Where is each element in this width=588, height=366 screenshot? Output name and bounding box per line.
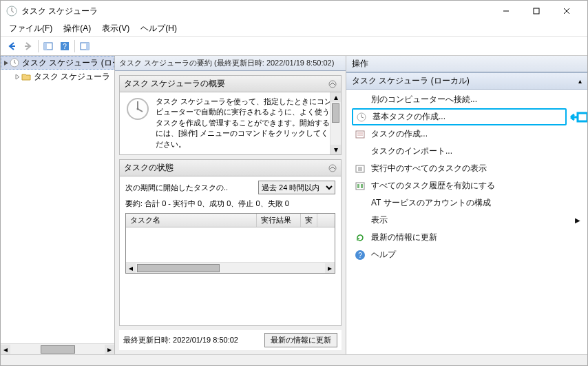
status-period-select[interactable]: 過去 24 時間以内 xyxy=(258,181,335,194)
svg-rect-3 xyxy=(44,43,47,50)
action-connect[interactable]: 別のコンピューターへ接続... xyxy=(346,91,587,108)
action-at-service[interactable]: AT サービスのアカウントの構成 xyxy=(346,194,587,212)
action-view-label: 表示 xyxy=(371,214,388,226)
center-body: タスク スケジューラの概要 タスク スケジューラを使って、指定したときにコンピュ… xyxy=(115,71,346,354)
col-task-name[interactable]: タスク名 xyxy=(126,214,257,227)
toolbar-panel-button[interactable] xyxy=(76,39,93,54)
status-summary: 要約: 合計 0 - 実行中 0、成功 0、停止 0、失敗 0 xyxy=(125,199,335,209)
tree-hscrollbar[interactable]: ◂ ▸ xyxy=(1,343,114,354)
create-task-icon xyxy=(356,112,367,123)
expander-icon[interactable] xyxy=(13,74,21,80)
toolbar: ? xyxy=(1,37,587,56)
svg-rect-14 xyxy=(356,131,364,138)
tree-child[interactable]: タスク スケジューラ xyxy=(1,70,114,83)
action-help-label: ヘルプ xyxy=(371,249,396,261)
center-footer: 最終更新日時: 2022/01/19 8:50:02 最新の情報に更新 xyxy=(119,330,342,350)
actions-section-label: タスク スケジューラ (ローカル) xyxy=(352,75,470,87)
history-icon xyxy=(355,181,366,192)
action-create-task[interactable]: タスクの作成... xyxy=(346,125,587,143)
toolbar-view-button[interactable] xyxy=(40,39,56,54)
svg-rect-17 xyxy=(357,184,359,188)
svg-point-9 xyxy=(329,81,336,88)
toolbar-help-button[interactable]: ? xyxy=(56,39,73,54)
col-task-result[interactable]: 実行結果 xyxy=(257,214,301,227)
status-period-row: 次の期間に開始したタスクの... 過去 24 時間以内 xyxy=(125,181,335,194)
scroll-right-icon[interactable]: ▸ xyxy=(325,263,335,273)
app-icon xyxy=(6,6,17,17)
action-import-label: タスクのインポート... xyxy=(371,145,452,157)
help-icon: ? xyxy=(355,250,366,261)
action-show-running[interactable]: 実行中のすべてのタスクの表示 xyxy=(346,160,587,177)
scroll-thumb[interactable] xyxy=(137,264,220,272)
status-period-label: 次の期間に開始したタスクの... xyxy=(125,183,229,193)
footer-timestamp: 最終更新日時: 2022/01/19 8:50:02 xyxy=(123,335,238,345)
running-tasks-icon xyxy=(355,163,366,174)
center-header: タスク スケジューラの要約 (最終更新日時: 2022/01/19 8:50:0… xyxy=(115,56,346,71)
menu-file[interactable]: ファイル(F) xyxy=(3,21,58,37)
scroll-left-icon[interactable]: ◂ xyxy=(1,345,10,354)
at-service-icon xyxy=(355,198,366,209)
svg-rect-18 xyxy=(361,184,363,188)
back-button[interactable] xyxy=(3,39,20,54)
tree-root[interactable]: タスク スケジューラ (ロー xyxy=(1,56,114,70)
collapse-icon[interactable]: ▴ xyxy=(578,77,582,85)
overview-body: タスク スケジューラを使って、指定したときにコンピューターで自動的に実行されるよ… xyxy=(120,92,341,154)
callout-arrow-icon xyxy=(568,110,588,124)
svg-point-12 xyxy=(329,165,336,172)
task-table: タスク名 実行結果 実 ◂ ▸ xyxy=(125,213,335,274)
action-import-task[interactable]: タスクのインポート... xyxy=(346,143,587,160)
action-help[interactable]: ? ヘルプ xyxy=(346,246,587,263)
maximize-button[interactable] xyxy=(521,1,552,21)
scroll-up-icon[interactable]: ▴ xyxy=(330,92,341,102)
close-button[interactable] xyxy=(552,1,582,21)
toolbar-separator xyxy=(74,40,75,52)
overview-title: タスク スケジューラの概要 xyxy=(124,78,225,90)
statusbar xyxy=(1,354,587,365)
main-content: タスク スケジューラ (ロー タスク スケジューラ ◂ ▸ タスク スケジューラ… xyxy=(1,56,587,354)
chevron-up-icon[interactable] xyxy=(328,164,337,172)
clock-large-icon xyxy=(125,96,150,150)
tree-child-label: タスク スケジューラ xyxy=(34,71,110,83)
refresh-button[interactable]: 最新の情報に更新 xyxy=(264,333,337,347)
menu-action[interactable]: 操作(A) xyxy=(58,21,96,37)
svg-text:?: ? xyxy=(358,252,362,259)
overview-description: タスク スケジューラを使って、指定したときにコンピューターで自動的に実行されるよ… xyxy=(156,96,335,150)
scroll-left-icon[interactable]: ◂ xyxy=(126,263,136,273)
action-refresh[interactable]: 最新の情報に更新 xyxy=(346,229,587,246)
status-body: 次の期間に開始したタスクの... 過去 24 時間以内 要約: 合計 0 - 実… xyxy=(120,176,341,301)
overview-group: タスク スケジューラの概要 タスク スケジューラを使って、指定したときにコンピュ… xyxy=(119,75,342,155)
tree-root-label: タスク スケジューラ (ロー xyxy=(22,57,115,69)
actions-section-header[interactable]: タスク スケジューラ (ローカル) ▴ xyxy=(346,72,587,90)
create-task-icon xyxy=(355,129,366,140)
action-view[interactable]: 表示 ▶ xyxy=(346,212,587,229)
action-connect-label: 別のコンピューターへ接続... xyxy=(371,94,477,105)
menu-help[interactable]: ヘルプ(H) xyxy=(135,21,182,37)
minimize-button[interactable] xyxy=(491,1,521,21)
connect-icon xyxy=(355,94,366,105)
scroll-right-icon[interactable]: ▸ xyxy=(105,345,114,354)
action-refresh-label: 最新の情報に更新 xyxy=(371,232,437,243)
action-enable-history[interactable]: すべてのタスク履歴を有効にする xyxy=(346,177,587,194)
window-title: タスク スケジューラ xyxy=(21,6,491,17)
action-create-basic-task[interactable]: 基本タスクの作成... xyxy=(352,108,567,125)
scroll-thumb[interactable] xyxy=(41,345,75,354)
forward-button[interactable] xyxy=(20,39,36,54)
actions-pane-title: 操作 xyxy=(346,56,587,72)
status-group: タスクの状態 次の期間に開始したタスクの... 過去 24 時間以内 要約: 合… xyxy=(119,159,342,326)
action-at-service-label: AT サービスのアカウントの構成 xyxy=(371,197,491,209)
overview-header[interactable]: タスク スケジューラの概要 xyxy=(120,76,341,92)
center-pane: タスク スケジューラの要約 (最終更新日時: 2022/01/19 8:50:0… xyxy=(115,56,346,354)
task-table-header: タスク名 実行結果 実 xyxy=(126,214,335,227)
menu-view[interactable]: 表示(V) xyxy=(96,21,135,37)
chevron-right-icon: ▶ xyxy=(575,216,580,224)
task-table-hscrollbar[interactable]: ◂ ▸ xyxy=(126,262,335,273)
scroll-thumb[interactable] xyxy=(332,103,339,123)
expander-icon[interactable] xyxy=(3,60,10,66)
overview-vscrollbar[interactable]: ▴ ▾ xyxy=(330,92,341,154)
col-task-extra[interactable]: 実 xyxy=(301,214,317,227)
scroll-down-icon[interactable]: ▾ xyxy=(330,145,341,154)
chevron-up-icon[interactable] xyxy=(328,80,337,88)
view-icon xyxy=(355,215,366,226)
actions-pane: 操作 タスク スケジューラ (ローカル) ▴ 別のコンピューターへ接続... 基… xyxy=(346,56,587,354)
status-header[interactable]: タスクの状態 xyxy=(120,160,341,176)
